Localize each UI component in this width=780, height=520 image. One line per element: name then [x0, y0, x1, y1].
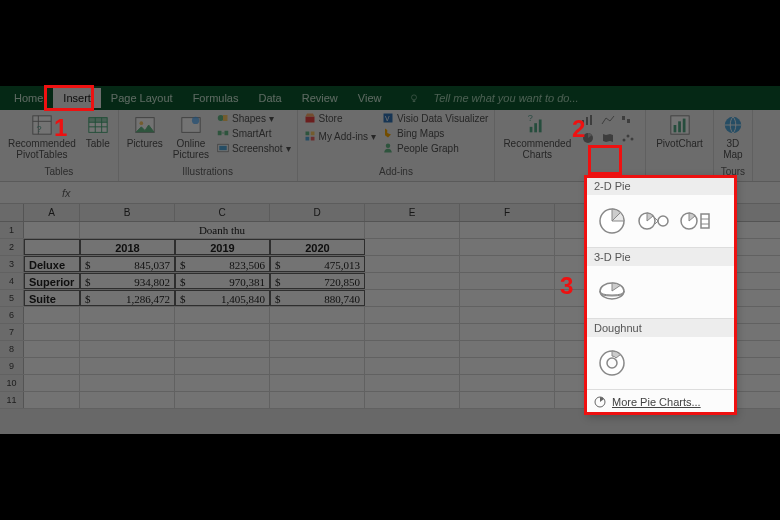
- cell[interactable]: Superior: [24, 273, 80, 289]
- screenshot-button[interactable]: Screenshot▾: [217, 142, 291, 154]
- chart-type-map[interactable]: [599, 130, 617, 146]
- group-label-tables: Tables: [6, 166, 112, 179]
- svg-rect-29: [590, 115, 592, 125]
- svg-point-0: [412, 95, 417, 100]
- chart-type-scatter[interactable]: [619, 130, 637, 146]
- cell[interactable]: $970,381: [175, 273, 270, 289]
- ribbon-group-illustrations: Pictures Online Pictures Shapes▾ SmartAr…: [119, 110, 298, 181]
- smartart-icon: [217, 127, 229, 139]
- store-button[interactable]: Store: [304, 112, 376, 124]
- bing-maps-button[interactable]: Bing Maps: [382, 127, 488, 139]
- svg-rect-17: [310, 132, 314, 136]
- screenshot-icon: [217, 142, 229, 154]
- group-label-addins: Add-ins: [304, 166, 489, 179]
- visio-visualizer-button[interactable]: V Visio Data Visualizer: [382, 112, 488, 124]
- callout-number-3: 3: [560, 272, 573, 300]
- cell[interactable]: $934,802: [80, 273, 175, 289]
- row-header[interactable]: 2: [0, 239, 24, 255]
- col-header[interactable]: E: [365, 204, 460, 221]
- row-header[interactable]: 4: [0, 273, 24, 289]
- tell-me-search[interactable]: Tell me what you want to do...: [399, 84, 598, 112]
- tab-page-layout[interactable]: Page Layout: [101, 88, 183, 108]
- svg-point-6: [139, 121, 143, 125]
- cell[interactable]: $475,013: [270, 256, 365, 272]
- cell[interactable]: $823,506: [175, 256, 270, 272]
- my-addins-button[interactable]: My Add-ins▾: [304, 130, 376, 142]
- svg-rect-23: [530, 127, 533, 132]
- col-header[interactable]: F: [460, 204, 555, 221]
- row-header[interactable]: 5: [0, 290, 24, 306]
- pictures-button[interactable]: Pictures: [125, 112, 165, 151]
- table-icon: [87, 114, 109, 136]
- tab-review[interactable]: Review: [292, 88, 348, 108]
- cell[interactable]: $720,850: [270, 273, 365, 289]
- cell-title[interactable]: Doanh thu: [80, 222, 365, 238]
- rec-charts-icon: ?: [526, 114, 548, 136]
- cell[interactable]: $1,405,840: [175, 290, 270, 306]
- people-icon: [382, 142, 394, 154]
- cell[interactable]: $845,037: [80, 256, 175, 272]
- cell[interactable]: Deluxe: [24, 256, 80, 272]
- col-header[interactable]: C: [175, 204, 270, 221]
- fx-icon[interactable]: fx: [54, 187, 79, 199]
- svg-rect-18: [305, 137, 309, 141]
- col-header[interactable]: A: [24, 204, 80, 221]
- col-header[interactable]: B: [80, 204, 175, 221]
- table-button[interactable]: Table: [84, 112, 112, 151]
- svg-rect-30: [622, 116, 625, 120]
- pivotchart-button[interactable]: PivotChart: [654, 112, 705, 151]
- svg-rect-1: [33, 116, 51, 134]
- svg-rect-28: [586, 117, 588, 125]
- svg-rect-24: [535, 123, 538, 132]
- ribbon-group-tours: 3D Map Tours: [714, 110, 753, 181]
- tab-formulas[interactable]: Formulas: [183, 88, 249, 108]
- svg-point-33: [623, 139, 626, 142]
- col-header[interactable]: D: [270, 204, 365, 221]
- ribbon-group-charts: ? Recommended Charts: [495, 110, 646, 181]
- cell[interactable]: $880,740: [270, 290, 365, 306]
- svg-rect-19: [310, 137, 314, 141]
- svg-rect-4: [89, 118, 107, 123]
- cell[interactable]: 2020: [270, 239, 365, 255]
- smartart-button[interactable]: SmartArt: [217, 127, 291, 139]
- svg-rect-25: [539, 120, 542, 133]
- ribbon: ? Recommended PivotTables Table Tables P…: [0, 110, 780, 182]
- svg-point-8: [192, 117, 199, 124]
- svg-text:?: ?: [36, 124, 41, 134]
- svg-rect-16: [305, 132, 309, 136]
- svg-text:V: V: [385, 115, 390, 122]
- cell[interactable]: 2018: [80, 239, 175, 255]
- tab-data[interactable]: Data: [248, 88, 291, 108]
- shapes-button[interactable]: Shapes▾: [217, 112, 291, 124]
- visio-icon: V: [382, 112, 394, 124]
- pivot-icon: ?: [31, 114, 53, 136]
- callout-box-2: [588, 145, 622, 175]
- ribbon-group-pivotchart: PivotChart: [646, 110, 714, 181]
- ribbon-group-addins: Store My Add-ins▾ V Visio Data Visualize…: [298, 110, 496, 181]
- people-graph-button[interactable]: People Graph: [382, 142, 488, 154]
- 3d-map-button[interactable]: 3D Map: [720, 112, 746, 162]
- svg-point-22: [386, 144, 391, 149]
- chart-type-waterfall[interactable]: [619, 112, 637, 128]
- cell[interactable]: $1,286,472: [80, 290, 175, 306]
- group-label-illustrations: Illustrations: [125, 166, 291, 179]
- cell[interactable]: Suite: [24, 290, 80, 306]
- svg-rect-37: [673, 125, 676, 132]
- ribbon-tabs: Home Insert Page Layout Formulas Data Re…: [0, 86, 780, 110]
- svg-rect-11: [218, 131, 222, 136]
- recommended-charts-button[interactable]: ? Recommended Charts: [501, 112, 573, 162]
- cell[interactable]: 2019: [175, 239, 270, 255]
- svg-rect-10: [223, 115, 228, 121]
- chart-type-line[interactable]: [599, 112, 617, 128]
- tab-view[interactable]: View: [348, 88, 392, 108]
- svg-rect-12: [224, 131, 228, 136]
- svg-rect-14: [219, 146, 227, 151]
- svg-point-9: [218, 115, 224, 121]
- bulb-icon: [409, 93, 419, 103]
- row-header[interactable]: 1: [0, 222, 24, 238]
- svg-point-35: [631, 138, 634, 141]
- online-pictures-button[interactable]: Online Pictures: [171, 112, 211, 162]
- svg-rect-39: [682, 119, 685, 133]
- svg-text:?: ?: [528, 114, 533, 123]
- row-header[interactable]: 3: [0, 256, 24, 272]
